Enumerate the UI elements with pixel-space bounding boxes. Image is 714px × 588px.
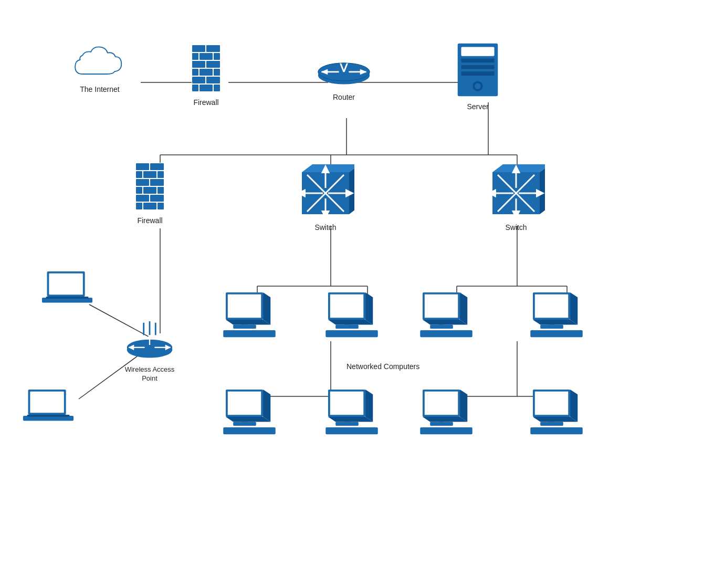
svg-rect-72 [143,187,156,194]
svg-rect-30 [206,45,220,52]
svg-rect-128 [223,330,275,337]
svg-rect-60 [461,71,494,76]
svg-rect-73 [158,187,164,194]
svg-rect-167 [425,392,458,415]
comp3-icon [420,291,472,339]
svg-rect-176 [540,422,563,426]
comp6-node [326,388,378,436]
svg-marker-171 [460,390,467,422]
svg-rect-135 [326,330,377,337]
comp5-node [223,388,276,436]
comp8-node [530,388,583,436]
svg-marker-164 [365,390,373,422]
svg-rect-37 [200,69,213,76]
svg-rect-74 [136,195,149,202]
svg-marker-129 [263,292,270,325]
svg-rect-31 [192,53,198,60]
svg-marker-178 [570,390,578,422]
svg-rect-66 [136,171,142,178]
svg-rect-121 [30,392,64,413]
svg-marker-143 [460,292,467,325]
svg-rect-177 [530,427,582,434]
firewall-mid-label: Firewall [137,216,162,225]
svg-rect-77 [143,203,156,209]
internet-label: The Internet [80,85,120,94]
wap-icon [123,320,176,362]
laptop2-icon [22,388,75,428]
svg-marker-81 [349,164,354,214]
svg-rect-59 [461,65,494,69]
svg-rect-148 [540,324,563,329]
svg-marker-150 [570,292,578,325]
svg-point-62 [475,83,480,89]
network-diagram: The Internet Fi [0,0,714,588]
firewall-mid-node: Firewall [135,163,164,225]
svg-rect-38 [214,69,220,76]
svg-rect-149 [530,330,582,337]
svg-marker-151 [533,320,578,324]
svg-rect-162 [335,422,359,426]
svg-rect-127 [233,324,256,329]
wap-node: Wireless Access Point [123,320,176,383]
svg-rect-76 [136,203,142,209]
svg-rect-29 [192,45,205,52]
svg-rect-160 [330,392,363,415]
svg-marker-157 [263,390,270,422]
switch-right-label: Switch [505,223,527,232]
firewall-top-node: Firewall [192,45,220,107]
svg-marker-136 [365,292,373,325]
svg-marker-165 [328,417,373,422]
svg-rect-67 [143,171,156,178]
comp7-icon [420,388,472,436]
router-node: Router [315,45,373,102]
comp4-node [530,291,583,339]
svg-rect-36 [192,69,198,76]
svg-marker-158 [226,417,270,422]
svg-rect-142 [420,330,472,337]
switch-mid-node: Switch [297,162,354,232]
router-label: Router [333,92,355,102]
svg-rect-169 [430,422,453,426]
svg-rect-68 [158,171,164,178]
svg-rect-65 [150,163,164,170]
firewall-top-label: Firewall [193,98,218,107]
svg-rect-174 [535,392,568,415]
svg-rect-146 [535,295,568,318]
svg-rect-153 [228,392,261,415]
comp7-node [420,388,472,436]
svg-rect-35 [206,61,220,68]
server-icon [454,41,501,99]
laptop2-node [22,388,75,428]
firewall-top-icon [192,45,220,94]
comp2-icon [326,291,378,339]
svg-rect-163 [326,427,377,434]
cloud-icon [68,42,131,81]
svg-marker-179 [533,417,578,422]
comp2-node [326,291,378,339]
comp3-node [420,291,472,339]
comp1-node [223,291,276,339]
svg-rect-34 [192,61,205,68]
svg-rect-39 [192,77,205,83]
svg-rect-69 [136,179,149,186]
svg-rect-42 [200,85,213,91]
svg-rect-141 [430,324,453,329]
internet-node: The Internet [68,42,131,94]
svg-marker-172 [423,417,467,422]
networked-computers-label: Networked Computers [346,362,419,371]
firewall-mid-icon [135,163,164,213]
svg-rect-155 [233,422,256,426]
svg-rect-58 [461,58,494,62]
wap-label: Wireless Access Point [125,365,175,383]
comp6-icon [326,388,378,436]
svg-rect-33 [214,53,220,60]
svg-rect-70 [150,179,164,186]
switch-right-node: Switch [487,162,545,232]
svg-rect-78 [158,203,164,209]
svg-rect-41 [192,85,198,91]
svg-rect-117 [49,274,82,295]
switch-mid-label: Switch [314,223,336,232]
svg-rect-75 [150,195,164,202]
svg-rect-170 [420,427,472,434]
comp4-icon [530,291,583,339]
